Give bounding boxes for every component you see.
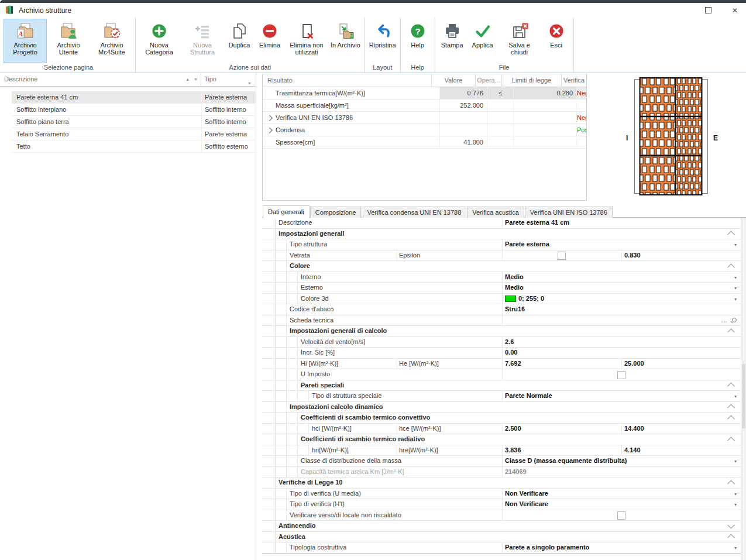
chevron-up-icon[interactable]: [727, 404, 735, 412]
dropdown-arrow-icon[interactable]: ▾: [734, 242, 737, 248]
tab-verifica-uni-en-iso-13786[interactable]: Verifica UNI EN ISO 13786: [525, 207, 613, 218]
prop-row-impostazioni-generali[interactable]: Impostazioni generali: [262, 229, 741, 240]
vertical-scrollbar[interactable]: [741, 218, 746, 560]
chevron-up-icon[interactable]: [727, 480, 735, 487]
prop-value[interactable]: Parete Normale: [505, 391, 552, 401]
column-header-operatore[interactable]: Opera...: [476, 74, 502, 87]
prop-value[interactable]: Classe D (massa equamente distribuita): [505, 456, 627, 466]
column-header-limiti[interactable]: Limiti di legge: [502, 74, 562, 87]
prop-row-verifiche-di-legge-10[interactable]: Verifiche di Legge 10: [262, 477, 741, 489]
in-archivio-button[interactable]: In Archivio: [328, 19, 363, 63]
result-row-spessore-cm[interactable]: Spessore[cm]41.000: [263, 136, 586, 149]
color-swatch[interactable]: [505, 296, 516, 302]
duplica-button[interactable]: Duplica: [224, 19, 255, 63]
elimina-non-utilizzati-button[interactable]: Elimina non utilizzati: [285, 19, 328, 63]
dropdown-arrow-icon[interactable]: ▾: [734, 297, 737, 302]
prop-value-2[interactable]: 0.830: [624, 250, 641, 260]
prop-value-2[interactable]: 4.140: [624, 445, 641, 455]
sort-ascending-icon[interactable]: ▲: [185, 73, 190, 85]
column-header-risultato[interactable]: Risultato: [263, 74, 432, 87]
prop-value[interactable]: 214069: [505, 467, 527, 477]
prop-value[interactable]: 0; 255; 0: [505, 294, 544, 304]
column-header-tipo[interactable]: Tipo ▼: [201, 73, 256, 86]
prop-value[interactable]: 3.836: [505, 445, 521, 456]
column-header-valore[interactable]: Valore: [432, 74, 476, 87]
panel-splitter[interactable]: [256, 73, 262, 560]
result-row-trasmittanza-termica-w-m-k[interactable]: Trasmittanza termica[W/(m²·K)]0.776≤0.28…: [263, 87, 586, 99]
structure-row-telaio-serramento[interactable]: Telaio SerramentoParete esterna: [0, 128, 256, 140]
checkbox[interactable]: [617, 371, 625, 379]
prop-row-coefficienti-di-scambio-termico-radiativo[interactable]: Coefficienti di scambio termico radiativ…: [262, 434, 741, 445]
prop-value[interactable]: Non Verificare: [505, 489, 548, 499]
elimina-button[interactable]: Elimina: [255, 19, 285, 63]
chevron-up-icon[interactable]: [727, 415, 735, 422]
archivio-utente-button[interactable]: Archivio Utente: [47, 19, 90, 63]
tab-composizione[interactable]: Composizione: [310, 207, 362, 218]
column-header-descrizione[interactable]: Descrizione ▲ ▼: [0, 73, 201, 86]
scrollbar-thumb[interactable]: [742, 364, 745, 428]
applica-button[interactable]: Applica: [467, 19, 498, 63]
dropdown-arrow-icon[interactable]: ▾: [734, 286, 737, 291]
dropdown-arrow-icon[interactable]: ▾: [734, 502, 737, 507]
dropdown-arrow-icon[interactable]: ▾: [734, 394, 737, 399]
structure-row-soffitto-piano-terra[interactable]: Soffitto piano terraSoffitto interno: [0, 116, 256, 128]
chevron-up-icon[interactable]: [727, 263, 735, 271]
chevron-up-icon[interactable]: [727, 383, 735, 390]
column-header-verifica[interactable]: Verifica: [562, 74, 586, 87]
dropdown-arrow-icon[interactable]: ▾: [734, 545, 737, 551]
filter-icon[interactable]: ▼: [194, 73, 198, 85]
prop-row-coefficienti-di-scambio-termico-convettivo[interactable]: Coefficienti di scambio termico convetti…: [262, 413, 741, 424]
expand-icon[interactable]: [266, 115, 273, 122]
expand-icon[interactable]: [266, 128, 273, 134]
help-button[interactable]: ?Help: [403, 19, 433, 63]
tab-dati-generali[interactable]: Dati generali: [263, 205, 310, 218]
structure-row-parete-esterna-41-cm[interactable]: Parete esterna 41 cmParete esterna: [0, 91, 256, 104]
chevron-up-icon[interactable]: [727, 534, 735, 542]
prop-value[interactable]: Non Verificare: [505, 499, 548, 510]
chevron-up-icon[interactable]: [727, 328, 735, 336]
ripristina-button[interactable]: Ripristina: [367, 19, 398, 63]
prop-value[interactable]: 0.00: [505, 348, 517, 358]
close-button[interactable]: ✕: [731, 6, 739, 15]
prop-row-antincendio[interactable]: Antincendio: [262, 521, 741, 532]
prop-row-colore[interactable]: Colore: [262, 261, 741, 272]
browse-button[interactable]: …: [721, 315, 728, 325]
structure-row-tetto[interactable]: TettoSoffitto esterno: [0, 140, 256, 153]
archivio-progetto-button[interactable]: AArchivio Progetto: [4, 19, 47, 63]
prop-value[interactable]: 7.692: [505, 359, 521, 369]
chevron-down-icon[interactable]: [727, 521, 735, 529]
prop-value[interactable]: Parete a singolo paramento: [505, 542, 589, 553]
search-icon[interactable]: [732, 318, 737, 322]
prop-row-pareti-speciali[interactable]: Pareti speciali: [262, 380, 741, 391]
archivio-mc4suite-button[interactable]: Archivio Mc4Suite: [90, 19, 133, 63]
dropdown-arrow-icon[interactable]: ▾: [734, 275, 737, 280]
result-row-verifica-uni-en-iso-13786[interactable]: Verifica UNI EN ISO 13786Negativa: [263, 112, 586, 124]
dropdown-arrow-icon[interactable]: ▾: [734, 459, 737, 464]
esci-button[interactable]: Esci: [541, 19, 572, 63]
chevron-up-icon[interactable]: [727, 231, 735, 239]
nuova-struttura-button[interactable]: Nuova Struttura: [181, 19, 224, 63]
prop-value[interactable]: 2.6: [505, 337, 514, 348]
structure-row-soffitto-interpiano[interactable]: Soffitto interpianoSoffitto interno: [0, 104, 256, 116]
prop-value[interactable]: Medio: [505, 283, 524, 293]
nuova-categoria-button[interactable]: Nuova Categoria: [137, 19, 181, 63]
chevron-up-icon[interactable]: [727, 437, 735, 444]
maximize-button[interactable]: [704, 6, 712, 15]
prop-value-2[interactable]: 25.000: [624, 359, 644, 369]
result-row-massa-superficiale-kg-m[interactable]: Massa superficiale[kg/m²]252.000: [263, 99, 586, 112]
checkbox[interactable]: [558, 252, 566, 260]
tab-verifica-acustica[interactable]: Verifica acustica: [467, 207, 524, 218]
prop-row-impostazioni-generali-di-calcolo[interactable]: Impostazioni generali di calcolo: [262, 326, 741, 337]
prop-value[interactable]: Parete esterna: [505, 239, 549, 250]
prop-value[interactable]: Parete esterna 41 cm: [505, 218, 569, 228]
checkbox[interactable]: [617, 511, 625, 520]
prop-row-impostazioni-calcolo-dinamico[interactable]: Impostazioni calcolo dinamico: [262, 402, 741, 413]
salva-e-chiudi-button[interactable]: Salva e chiudi: [498, 19, 541, 63]
result-row-condensa[interactable]: CondensaPositiva: [263, 124, 586, 136]
dropdown-arrow-icon[interactable]: ▾: [734, 492, 737, 497]
stampa-button[interactable]: Stampa: [437, 19, 467, 63]
prop-value[interactable]: 2.500: [505, 424, 521, 434]
tab-verifica-condensa-uni-en-13788[interactable]: Verifica condensa UNI EN 13788: [362, 207, 466, 218]
prop-value[interactable]: Medio: [505, 272, 524, 283]
prop-row-acustica[interactable]: Acustica: [262, 532, 741, 543]
